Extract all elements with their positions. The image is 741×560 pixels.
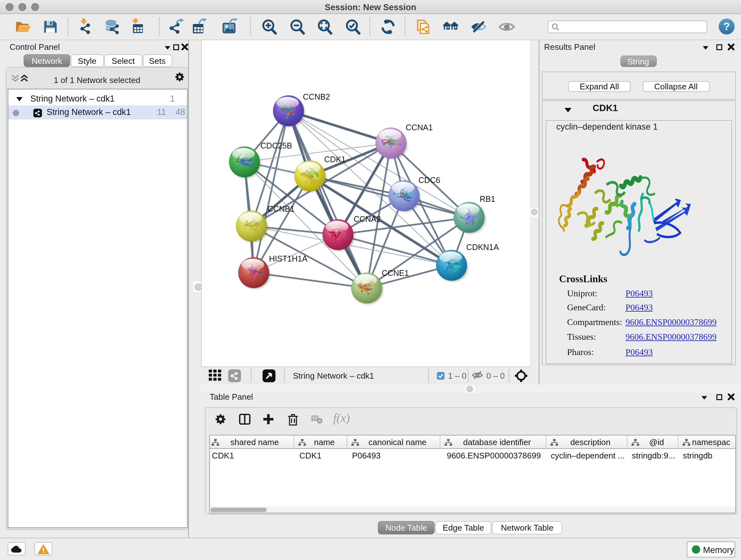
svg-text:CCNA2: CCNA2: [354, 214, 381, 223]
svg-text:RB1: RB1: [480, 194, 495, 203]
svg-text:CDKN1A: CDKN1A: [466, 242, 499, 251]
svg-text:CCNB1: CCNB1: [267, 204, 294, 213]
svg-text:CDC6: CDC6: [418, 175, 441, 184]
svg-text:CDK1: CDK1: [324, 154, 346, 164]
svg-text:CDC25B: CDC25B: [260, 141, 292, 150]
svg-text:CCNE1: CCNE1: [382, 268, 409, 277]
svg-text:CCNB2: CCNB2: [303, 92, 330, 101]
svg-text:CCNA1: CCNA1: [406, 123, 433, 132]
svg-text:HIST1H1A: HIST1H1A: [269, 254, 308, 263]
